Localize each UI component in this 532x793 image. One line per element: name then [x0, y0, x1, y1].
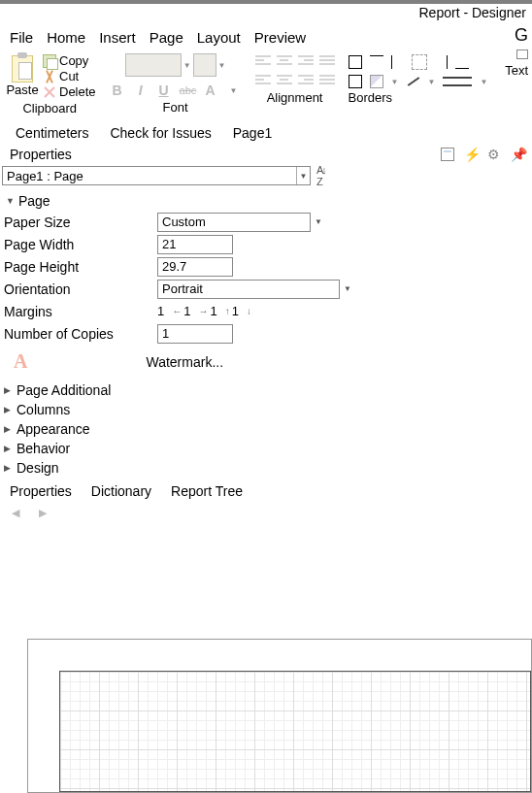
- tab-dictionary[interactable]: Dictionary: [91, 483, 151, 499]
- strike-button[interactable]: abc: [180, 84, 195, 96]
- pager: ◀ ▶: [0, 503, 532, 523]
- font-label: Font: [163, 100, 188, 115]
- ribbon-borders: ▼ ▼ ▼ Borders: [345, 53, 492, 105]
- align-justify-button[interactable]: [319, 55, 335, 69]
- cut-button[interactable]: Cut: [43, 69, 96, 83]
- copies-input[interactable]: [157, 324, 233, 344]
- ribbon: Paste Copy Cut Delete Clipboard ▼ ▼ B I …: [0, 51, 532, 119]
- menu-layout[interactable]: Layout: [197, 29, 241, 46]
- chevron-down-icon[interactable]: ▼: [226, 86, 242, 95]
- font-color-button[interactable]: A: [203, 83, 218, 98]
- orientation-combo[interactable]: Portrait ▼: [157, 280, 340, 299]
- align-right-button[interactable]: [298, 55, 314, 69]
- properties-panel-header: Properties ⚡ ⚙ 📌: [0, 143, 532, 164]
- delete-button[interactable]: Delete: [43, 84, 96, 99]
- menu-insert[interactable]: Insert: [99, 29, 136, 46]
- menu-file[interactable]: File: [10, 29, 33, 46]
- object-selector[interactable]: Page1 : Page ▼: [2, 166, 311, 185]
- border-top-button[interactable]: [370, 55, 383, 69]
- section-appearance[interactable]: ▶Appearance: [4, 419, 528, 439]
- chevron-right-icon: ▶: [4, 424, 11, 434]
- valign-top-button[interactable]: [255, 75, 271, 88]
- watermark-button[interactable]: A Watermark...: [0, 345, 532, 379]
- menu-bar: File Home Insert Page Layout Preview: [0, 21, 532, 51]
- copy-button[interactable]: Copy: [43, 53, 96, 68]
- page-width-label: Page Width: [2, 237, 157, 252]
- arrow-down-icon: ↓: [247, 306, 251, 316]
- menu-preview[interactable]: Preview: [254, 29, 306, 46]
- page-height-input[interactable]: [157, 257, 233, 277]
- underline-button[interactable]: U: [156, 83, 172, 98]
- chevron-down-icon[interactable]: ▼: [183, 61, 191, 70]
- menu-page[interactable]: Page: [150, 29, 183, 46]
- copy-icon: [43, 54, 56, 68]
- sort-icon[interactable]: A↓Z: [316, 164, 325, 187]
- design-canvas[interactable]: [27, 639, 532, 793]
- section-columns[interactable]: ▶Columns: [4, 400, 528, 419]
- arrow-up-icon: ↑: [225, 306, 230, 316]
- wrap-button[interactable]: [319, 75, 335, 88]
- paper-size-combo[interactable]: Custom ▼: [157, 213, 311, 232]
- orientation-label: Orientation: [2, 281, 157, 297]
- categorized-icon[interactable]: [441, 148, 454, 161]
- settings-icon[interactable]: ⚙: [487, 148, 501, 161]
- border-none-button[interactable]: [413, 55, 426, 69]
- border-style-button[interactable]: [443, 77, 472, 86]
- prev-page-button[interactable]: ◀: [12, 507, 19, 519]
- borders-label: Borders: [349, 90, 488, 105]
- bold-button[interactable]: B: [110, 83, 125, 98]
- ribbon-clipboard: Paste Copy Cut Delete Clipboard: [0, 53, 100, 116]
- valign-bottom-button[interactable]: [298, 75, 314, 88]
- chevron-down-icon[interactable]: ▼: [296, 167, 310, 184]
- page-tab[interactable]: Page1: [233, 125, 272, 141]
- tab-report-tree[interactable]: Report Tree: [171, 483, 243, 499]
- chevron-down-icon[interactable]: ▼: [480, 78, 487, 86]
- chevron-down-icon[interactable]: ▼: [428, 78, 436, 86]
- font-family-select[interactable]: [125, 53, 182, 77]
- chevron-down-icon[interactable]: ▼: [218, 61, 226, 70]
- cut-icon: [43, 70, 56, 83]
- chevron-down-icon[interactable]: ▼: [312, 214, 325, 231]
- app-title: Report - Designer: [419, 5, 527, 20]
- align-left-button[interactable]: [255, 55, 271, 69]
- border-all-button[interactable]: [349, 55, 362, 69]
- pin-icon[interactable]: 📌: [511, 148, 524, 161]
- alignment-label: Alignment: [267, 90, 323, 105]
- events-icon[interactable]: ⚡: [464, 148, 478, 161]
- chevron-down-icon[interactable]: ▼: [391, 78, 399, 86]
- section-behavior[interactable]: ▶Behavior: [4, 439, 528, 458]
- align-center-button[interactable]: [277, 55, 292, 69]
- tab-properties[interactable]: Properties: [10, 483, 72, 499]
- chevron-right-icon: ▶: [4, 463, 11, 473]
- next-page-button[interactable]: ▶: [39, 507, 47, 519]
- border-bottom-button[interactable]: [455, 55, 469, 69]
- chevron-down-icon[interactable]: ▼: [341, 281, 354, 298]
- page-surface[interactable]: [59, 671, 531, 792]
- paste-button[interactable]: Paste: [4, 53, 41, 97]
- italic-button[interactable]: I: [133, 83, 149, 98]
- delete-icon: [43, 85, 56, 99]
- clipboard-label: Clipboard: [22, 101, 77, 116]
- section-page-additional[interactable]: ▶Page Additional: [4, 380, 528, 400]
- paper-size-label: Paper Size: [2, 215, 157, 230]
- watermark-icon: A: [14, 350, 27, 373]
- collapsed-sections: ▶Page Additional ▶Columns ▶Appearance ▶B…: [0, 379, 532, 479]
- border-color-button[interactable]: [407, 77, 419, 86]
- font-size-select[interactable]: [193, 53, 216, 77]
- border-left-button[interactable]: [391, 55, 405, 69]
- text-style-button[interactable]: G: [515, 25, 528, 46]
- units-button[interactable]: Centimeters: [16, 125, 88, 141]
- section-design[interactable]: ▶Design: [4, 458, 528, 478]
- valign-middle-button[interactable]: [277, 75, 292, 88]
- border-outer-button[interactable]: [349, 75, 362, 88]
- section-page[interactable]: ▼ Page: [0, 191, 532, 211]
- menu-home[interactable]: Home: [47, 29, 85, 46]
- margins-values[interactable]: 1 ←1 →1 ↑1 ↓: [157, 304, 251, 318]
- page-height-label: Page Height: [2, 259, 157, 275]
- dialog-launcher-icon[interactable]: [516, 50, 528, 59]
- title-bar: Report - Designer: [0, 0, 532, 21]
- page-width-input[interactable]: [157, 235, 233, 254]
- fill-color-button[interactable]: [370, 75, 383, 88]
- check-issues-button[interactable]: Check for Issues: [110, 125, 211, 141]
- border-right-button[interactable]: [434, 55, 448, 69]
